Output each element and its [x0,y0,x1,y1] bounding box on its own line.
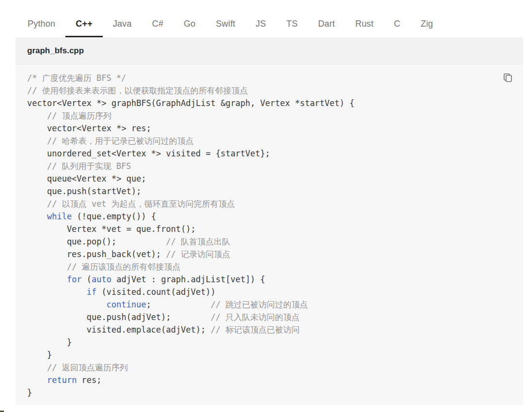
code-plain: que.push(startVet); [27,186,141,196]
code-plain: res.push_back(vet); [27,249,166,259]
code-line: return res; [27,374,512,386]
tab-csharp[interactable]: C# [142,12,173,37]
code-plain: (!que.empty()) { [72,212,156,221]
tab-python[interactable]: Python [17,12,65,37]
code-keyword: if [87,287,96,297]
code-line: // 哈希表，用于记录已被访问过的顶点 [27,135,512,147]
code-keyword: return [47,375,77,385]
tab-go[interactable]: Go [173,12,205,37]
code-plain [27,275,67,284]
code-comment: // 标记该顶点已被访问 [211,325,300,335]
code-plain: adjVet : graph.adjList[vet]) { [111,275,265,284]
copy-button[interactable] [501,71,514,84]
code-line: // 顶点遍历序列 [27,109,512,122]
code-plain: visited.emplace(adjVet); [27,325,211,335]
code-comment: // 只入队未访问的顶点 [211,312,300,322]
tab-cpp[interactable]: C++ [65,12,103,37]
code-plain [27,161,47,171]
code-plain [27,287,87,297]
code-plain [27,199,47,209]
tab-dart[interactable]: Dart [308,12,345,37]
code-panel: graph_bfs.cpp /* 广度优先遍历 BFS */// 使用邻接表来表… [16,37,523,405]
tab-swift[interactable]: Swift [206,12,246,37]
code-line: que.push(startVet); [27,185,512,198]
code-plain [27,111,47,121]
language-tabbar: PythonC++JavaC#GoSwiftJSTSDartRustCZig [0,12,532,37]
code-plain: } [27,388,32,397]
code-plain [27,300,107,309]
code-plain [27,363,47,372]
code-line: // 遍历该顶点的所有邻接顶点 [27,260,512,273]
code-line: } [27,336,512,349]
code-keyword: for [67,275,82,284]
code-comment: // 队首顶点出队 [166,237,231,246]
code-comment: // 哈希表，用于记录已被访问过的顶点 [47,136,194,146]
tab-java[interactable]: Java [103,12,142,37]
code-plain: vector<Vertex *> res; [27,123,151,133]
tab-rust[interactable]: Rust [345,12,384,37]
code-keyword: continue [107,300,146,309]
tab-c[interactable]: C [384,12,410,37]
code-line: vector<Vertex *> res; [27,122,512,135]
code-plain: ( [82,275,92,284]
code-plain: } [27,350,52,360]
code-line: /* 广度优先遍历 BFS */ [27,72,512,84]
code-line: visited.emplace(adjVet); // 标记该顶点已被访问 [27,323,512,336]
code-keyword: while [47,212,72,221]
code-line: // 队列用于实现 BFS [27,160,512,172]
code-plain: queue<Vertex *> que; [27,174,146,183]
code-line: // 返回顶点遍历序列 [27,361,512,374]
code-line: while (!que.empty()) { [27,210,512,223]
code-line: if (visited.count(adjVet)) [27,286,512,298]
code-line: // 使用邻接表来表示图，以便获取指定顶点的所有邻接顶点 [27,84,512,97]
code-plain [27,375,47,385]
code-comment: // 使用邻接表来表示图，以便获取指定顶点的所有邻接顶点 [27,86,248,95]
code-comment: // 记录访问顶点 [166,249,231,259]
code-plain: res; [77,375,101,385]
code-plain: que.push(adjVet); [27,312,211,322]
code-line: res.push_back(vet); // 记录访问顶点 [27,248,512,260]
filename-label: graph_bfs.cpp [27,46,84,56]
code-comment: // 跳过已被访问过的顶点 [211,300,308,309]
code-plain: (visited.count(adjVet)) [96,287,216,297]
code-line: Vertex *vet = que.front(); [27,223,512,235]
code-line: // 以顶点 vet 为起点，循环直至访问完所有顶点 [27,198,512,210]
code-plain [27,212,47,221]
code-line: unordered_set<Vertex *> visited = {start… [27,147,512,160]
code-line: vector<Vertex *> graphBFS(GraphAdjList &… [27,97,512,109]
code-plain: Vertex *vet = que.front(); [27,224,196,234]
code-line: } [27,386,512,399]
copy-icon [502,72,513,83]
code-plain: ; [146,300,211,309]
code-comment: // 以顶点 vet 为起点，循环直至访问完所有顶点 [47,199,235,209]
code-plain [27,262,67,272]
code-keyword: auto [92,275,111,284]
code-header: graph_bfs.cpp [16,37,523,64]
code-comment: // 返回顶点遍历序列 [47,363,128,372]
code-line: for (auto adjVet : graph.adjList[vet]) { [27,273,512,286]
tab-js[interactable]: JS [246,12,276,37]
code-comment: /* 广度优先遍历 BFS */ [27,73,126,83]
code-text: /* 广度优先遍历 BFS */// 使用邻接表来表示图，以便获取指定顶点的所有… [27,72,512,399]
code-comment: // 队列用于实现 BFS [47,161,131,171]
code-comment: // 顶点遍历序列 [47,111,111,121]
tab-ts[interactable]: TS [276,12,308,37]
code-line: continue; // 跳过已被访问过的顶点 [27,298,512,311]
code-plain: } [27,337,72,347]
code-plain [27,136,47,146]
code-line: queue<Vertex *> que; [27,172,512,185]
code-line: que.push(adjVet); // 只入队未访问的顶点 [27,311,512,323]
code-line: que.pop(); // 队首顶点出队 [27,235,512,248]
code-plain: que.pop(); [27,237,166,246]
tab-zig[interactable]: Zig [410,12,443,37]
code-plain: vector<Vertex *> graphBFS(GraphAdjList &… [27,98,355,108]
code-line: } [27,349,512,361]
code-comment: // 遍历该顶点的所有邻接顶点 [67,262,181,272]
code-plain: unordered_set<Vertex *> visited = {start… [27,149,270,158]
code-block: /* 广度优先遍历 BFS */// 使用邻接表来表示图，以便获取指定顶点的所有… [16,64,523,405]
